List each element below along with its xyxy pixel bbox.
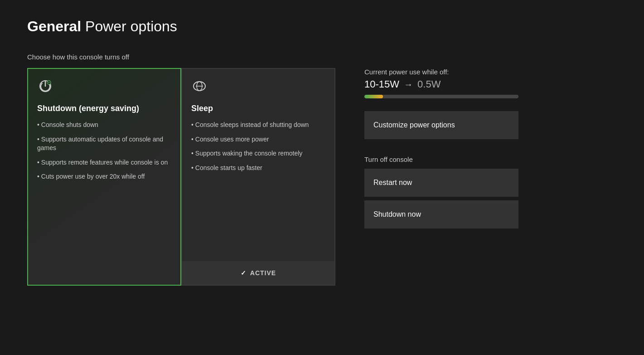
restart-button[interactable]: Restart now	[364, 169, 518, 197]
power-arrow: →	[404, 79, 413, 90]
shutdown-feature-4: Cuts power use by over 20x while off	[37, 172, 171, 181]
sleep-feature-4: Console starts up faster	[191, 164, 325, 173]
page-container: General Power options Choose how this co…	[0, 0, 644, 304]
shutdown-feature-2: Supports automatic updates of console an…	[37, 135, 171, 153]
sleep-feature-3: Supports waking the console remotely	[191, 149, 325, 158]
shutdown-card-title: Shutdown (energy saving)	[37, 104, 171, 113]
shutdown-feature-1: Console shuts down	[37, 121, 171, 130]
power-old-value: 10-15W	[364, 78, 399, 90]
sleep-card[interactable]: Sleep Console sleeps instead of shutting…	[181, 68, 335, 286]
power-progress-fill	[364, 95, 383, 98]
shutdown-icon	[37, 78, 171, 97]
sleep-card-footer: ✓ ACTIVE	[182, 261, 334, 285]
sleep-feature-2: Console uses more power	[191, 135, 325, 144]
title-bold: General	[27, 18, 81, 34]
section-label: Choose how this console turns off	[27, 53, 617, 61]
active-checkmark: ✓	[241, 269, 247, 277]
power-progress-bar	[364, 95, 518, 98]
turn-off-label: Turn off console	[364, 156, 617, 163]
shutdown-card[interactable]: Shutdown (energy saving) Console shuts d…	[27, 68, 181, 286]
active-label: ACTIVE	[250, 269, 276, 277]
sleep-card-body: Sleep Console sleeps instead of shutting…	[182, 69, 334, 261]
sleep-card-title: Sleep	[191, 104, 325, 113]
shutdown-button[interactable]: Shutdown now	[364, 200, 518, 229]
shutdown-features: Console shuts down Supports automatic up…	[37, 121, 171, 181]
right-panel: Current power use while off: 10-15W → 0.…	[346, 68, 617, 232]
sleep-features: Console sleeps instead of shutting down …	[191, 121, 325, 172]
customize-button[interactable]: Customize power options	[364, 111, 518, 139]
power-info: Current power use while off: 10-15W → 0.…	[364, 68, 617, 98]
power-new-value: 0.5W	[417, 78, 441, 90]
sleep-icon	[191, 78, 325, 97]
main-content: Shutdown (energy saving) Console shuts d…	[27, 68, 617, 286]
title-rest: Power options	[81, 18, 177, 34]
power-values: 10-15W → 0.5W	[364, 78, 617, 90]
shutdown-feature-3: Supports remote features while console i…	[37, 158, 171, 167]
sleep-feature-1: Console sleeps instead of shutting down	[191, 121, 325, 130]
power-info-label: Current power use while off:	[364, 68, 617, 76]
shutdown-card-body: Shutdown (energy saving) Console shuts d…	[28, 69, 180, 285]
page-title: General Power options	[27, 18, 617, 35]
power-options: Shutdown (energy saving) Console shuts d…	[27, 68, 335, 286]
